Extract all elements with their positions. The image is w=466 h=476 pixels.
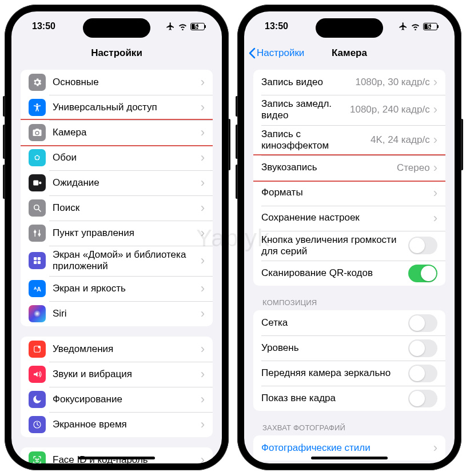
chevron-right-icon: › bbox=[201, 177, 205, 189]
svg-text:A: A bbox=[37, 285, 41, 292]
row-label: Фотографические стили bbox=[261, 442, 433, 454]
settings-row[interactable]: Кнопка увеличения громкости для серий bbox=[253, 231, 445, 261]
settings-row-focus[interactable]: Фокусирование› bbox=[21, 387, 213, 412]
camera-icon bbox=[29, 124, 46, 141]
home-indicator[interactable] bbox=[78, 457, 155, 459]
settings-row-sounds[interactable]: Звуки и вибрация› bbox=[21, 362, 213, 387]
settings-row-camera[interactable]: Камера› bbox=[21, 120, 213, 145]
settings-group: Face ID и код-пароль›SOSЭкстренный вызов… bbox=[21, 447, 213, 463]
svg-point-6 bbox=[35, 156, 36, 157]
row-label: Звуки и вибрация bbox=[53, 369, 201, 380]
settings-row-standby[interactable]: Ожидание› bbox=[21, 170, 213, 195]
settings-row[interactable]: Форматы› bbox=[253, 181, 445, 206]
settings-row[interactable]: Передняя камера зеркально bbox=[253, 361, 445, 386]
chevron-right-icon: › bbox=[433, 134, 437, 146]
airplane-icon bbox=[166, 22, 175, 31]
search-icon bbox=[29, 199, 46, 217]
row-label: Поиск bbox=[53, 202, 201, 214]
chevron-right-icon: › bbox=[433, 187, 437, 199]
toggle-switch[interactable] bbox=[408, 390, 437, 407]
settings-row[interactable]: Сохранение настроек› bbox=[253, 206, 445, 231]
chevron-right-icon: › bbox=[201, 454, 205, 463]
settings-group: Основные›Универсальный доступ›Камера›Обо… bbox=[21, 70, 213, 326]
settings-row-search[interactable]: Поиск› bbox=[21, 195, 213, 221]
phone-frame-right: 13:50 52 Настройки Камера Запись видео10… bbox=[237, 5, 461, 470]
chevron-right-icon: › bbox=[433, 442, 437, 454]
home-icon bbox=[29, 252, 46, 269]
general-icon bbox=[29, 74, 46, 91]
chevron-right-icon: › bbox=[201, 126, 205, 139]
row-label: Пункт управления bbox=[53, 227, 201, 239]
back-button[interactable]: Настройки bbox=[249, 47, 304, 59]
settings-row[interactable]: Запись с киноэффектом4K, 24 кадр/с› bbox=[253, 125, 445, 155]
settings-row-faceid[interactable]: Face ID и код-пароль› bbox=[21, 447, 213, 463]
settings-row[interactable]: Сетка bbox=[253, 310, 445, 335]
toggle-switch[interactable] bbox=[408, 237, 437, 254]
camera-settings-list[interactable]: Запись видео1080p, 30 кадр/с›Запись заме… bbox=[244, 65, 455, 463]
settings-row-siri[interactable]: Siri› bbox=[21, 301, 213, 326]
settings-row[interactable]: Запись замедл. видео1080p, 240 кадр/с› bbox=[253, 95, 445, 125]
row-label: Показ вне кадра bbox=[261, 393, 408, 404]
airplane-icon bbox=[399, 22, 408, 31]
settings-row-home[interactable]: Экран «Домой» и библиотека приложений› bbox=[21, 246, 213, 276]
row-label: Звукозапись bbox=[261, 162, 397, 173]
settings-row-wallpaper[interactable]: Обои› bbox=[21, 145, 213, 170]
settings-row[interactable]: Сканирование QR-кодов bbox=[253, 261, 445, 286]
settings-row-screentime[interactable]: Экранное время› bbox=[21, 412, 213, 437]
row-label: Обои bbox=[53, 152, 201, 163]
svg-rect-15 bbox=[34, 257, 37, 260]
chevron-right-icon: › bbox=[201, 254, 205, 267]
row-label: Ожидание bbox=[53, 177, 201, 189]
screen-right: 13:50 52 Настройки Камера Запись видео10… bbox=[244, 11, 455, 463]
settings-row[interactable]: ЗвукозаписьСтерео› bbox=[253, 155, 445, 181]
row-label: Уведомления bbox=[53, 343, 201, 355]
row-label: Запись видео bbox=[261, 77, 355, 88]
page-title: Камера bbox=[332, 47, 367, 59]
settings-row-notifications[interactable]: Уведомления› bbox=[21, 337, 213, 362]
settings-row[interactable]: Уровень bbox=[253, 335, 445, 361]
svg-point-14 bbox=[38, 234, 40, 235]
row-label: Сетка bbox=[261, 317, 408, 329]
chevron-right-icon: › bbox=[201, 393, 205, 406]
toggle-switch[interactable] bbox=[408, 314, 437, 332]
row-label: Экранное время bbox=[53, 419, 201, 430]
battery-icon: 52 bbox=[423, 23, 437, 30]
wifi-icon bbox=[178, 23, 188, 30]
row-value: Стерео bbox=[397, 162, 430, 174]
row-label: Универсальный доступ bbox=[53, 102, 201, 113]
row-label: Уровень bbox=[261, 342, 408, 354]
svg-point-4 bbox=[38, 159, 39, 160]
chevron-right-icon: › bbox=[201, 101, 205, 114]
toggle-switch[interactable] bbox=[408, 365, 437, 382]
chevron-right-icon: › bbox=[201, 343, 205, 355]
dynamic-island bbox=[316, 18, 383, 38]
svg-point-26 bbox=[38, 459, 39, 459]
svg-line-10 bbox=[38, 209, 41, 211]
row-label: Запись с киноэффектом bbox=[261, 129, 371, 152]
home-indicator[interactable] bbox=[311, 457, 388, 459]
toggle-switch[interactable] bbox=[408, 265, 437, 282]
settings-row-brightness[interactable]: AAЭкран и яркость› bbox=[21, 276, 213, 301]
row-label: Форматы bbox=[261, 187, 433, 198]
svg-rect-18 bbox=[38, 261, 41, 264]
settings-row[interactable]: Показ вне кадра bbox=[253, 386, 445, 411]
control-icon bbox=[29, 225, 46, 242]
section-header: ЗАХВАТ ФОТОГРАФИЙ bbox=[262, 423, 445, 432]
row-value: 4K, 24 кадр/с bbox=[371, 134, 430, 146]
settings-row[interactable]: Запись видео1080p, 30 кадр/с› bbox=[253, 70, 445, 95]
row-label: Основные bbox=[53, 77, 201, 88]
svg-rect-16 bbox=[38, 257, 41, 260]
toggle-switch[interactable] bbox=[408, 339, 437, 357]
settings-row-general[interactable]: Основные› bbox=[21, 70, 213, 95]
settings-row-accessibility[interactable]: Универсальный доступ› bbox=[21, 95, 213, 120]
siri-icon bbox=[29, 305, 46, 322]
settings-row-control[interactable]: Пункт управления› bbox=[21, 221, 213, 246]
notifications-icon bbox=[29, 341, 46, 358]
row-label: Siri bbox=[53, 308, 201, 319]
battery-icon: 52 bbox=[190, 23, 205, 30]
row-value: 1080p, 30 кадр/с bbox=[355, 77, 429, 88]
settings-list[interactable]: Основные›Универсальный доступ›Камера›Обо… bbox=[11, 65, 222, 463]
svg-rect-7 bbox=[33, 181, 38, 186]
svg-point-25 bbox=[35, 459, 36, 459]
chevron-right-icon: › bbox=[433, 212, 437, 225]
